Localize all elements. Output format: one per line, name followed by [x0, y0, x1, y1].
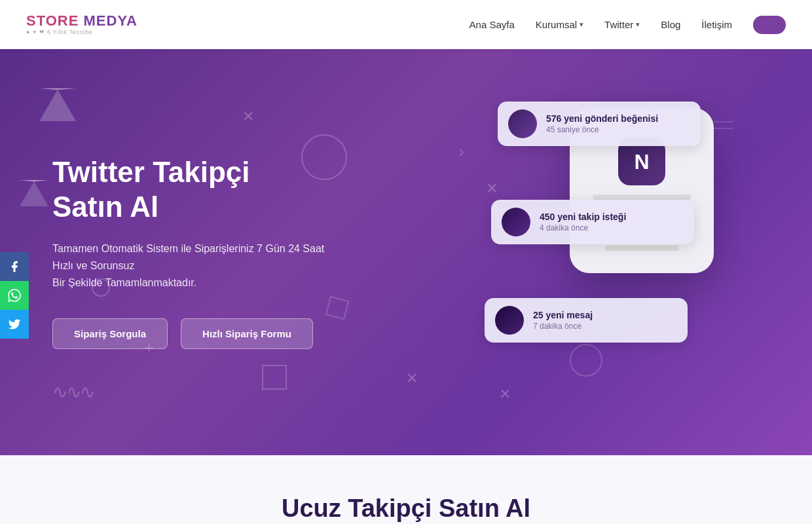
- nav-link-twitter[interactable]: Twitter: [604, 19, 633, 30]
- nav-cta-button[interactable]: [753, 16, 786, 34]
- app-icon-letter: N: [634, 150, 649, 174]
- hero-desc-line2: Bir Şekilde Tamamlanmaktadır.: [52, 277, 196, 288]
- nav-link-blog[interactable]: Blog: [661, 19, 680, 30]
- bottom-title: Ucuz Takipçi Satın Al: [26, 495, 786, 523]
- x-shape-1: ✕: [242, 108, 254, 125]
- nav-links: Ana Sayfa Kurumsal ▾ Twitter ▾ Blog İlet…: [470, 16, 786, 34]
- logo-medya: MEDYA: [84, 12, 138, 29]
- siparis-sorgula-button[interactable]: Sipariş Sorgula: [52, 318, 168, 349]
- notif-title-1: 576 yeni gönderi beğenisi: [546, 113, 658, 124]
- notif-time-3: 7 dakika önce: [533, 322, 593, 331]
- logo-store: STORE: [26, 12, 84, 29]
- whatsapp-icon: [8, 289, 21, 302]
- hero-section: ✕ ✕ ✕ ✕ ∿∿∿ › + Twitter Takipçi Satın Al…: [0, 49, 812, 455]
- notif-title-2: 450 yeni takip isteği: [540, 212, 626, 222]
- nav-dropdown-twitter[interactable]: Twitter ▾: [604, 19, 640, 30]
- whatsapp-share-button[interactable]: [0, 281, 29, 310]
- logo-text: STORE MEDYA: [26, 14, 138, 28]
- phone-line-4: [605, 246, 679, 251]
- facebook-share-button[interactable]: [0, 252, 29, 281]
- x-shape-3: ✕: [486, 180, 498, 197]
- bottom-section: Ucuz Takipçi Satın Al: [0, 455, 812, 524]
- logo-subtitle: ● ✦ ❤ 6 Yıllık Tecrübe: [26, 29, 138, 35]
- hero-phone-area: N 576 yeni gönderi beğenisi 45 saniye ön…: [511, 82, 773, 422]
- nav-link-home[interactable]: Ana Sayfa: [470, 19, 515, 30]
- nav-item-iletisim[interactable]: İletişim: [701, 19, 732, 31]
- nav-link-iletisim[interactable]: İletişim: [701, 19, 732, 30]
- notif-avatar-2: [502, 208, 530, 236]
- logo[interactable]: STORE MEDYA ● ✦ ❤ 6 Yıllık Tecrübe: [26, 14, 138, 35]
- hizli-siparis-button[interactable]: Hızlı Sipariş Formu: [181, 318, 313, 349]
- notif-text-2: 450 yeni takip isteği 4 dakika önce: [540, 212, 626, 233]
- notification-card-1: 576 yeni gönderi beğenisi 45 saniye önce: [498, 102, 701, 146]
- bracket-shape: ›: [458, 141, 464, 162]
- navbar: STORE MEDYA ● ✦ ❤ 6 Yıllık Tecrübe Ana S…: [0, 0, 812, 49]
- notif-avatar-1: [508, 109, 537, 138]
- x-shape-2: ✕: [406, 370, 418, 387]
- notification-card-2: 450 yeni takip isteği 4 dakika önce: [491, 200, 694, 244]
- nav-dropdown-kurumsal[interactable]: Kurumsal ▾: [536, 19, 583, 30]
- notif-text-1: 576 yeni gönderi beğenisi 45 saniye önce: [546, 113, 658, 134]
- nav-item-kurumsal[interactable]: Kurumsal ▾: [536, 19, 583, 30]
- notif-title-3: 25 yeni mesaj: [533, 310, 593, 320]
- triangle-shape-1: [39, 88, 76, 121]
- notification-card-3: 25 yeni mesaj 7 dakika önce: [485, 298, 688, 343]
- twitter-icon: [8, 318, 21, 331]
- nav-item-home[interactable]: Ana Sayfa: [470, 19, 515, 31]
- twitter-share-button[interactable]: [0, 310, 29, 339]
- notif-time-1: 45 saniye önce: [546, 125, 658, 134]
- nav-link-kurumsal[interactable]: Kurumsal: [536, 19, 577, 30]
- hero-desc-line1: Tamamen Otomatik Sistem ile Siparişlerin…: [52, 243, 324, 271]
- hero-description: Tamamen Otomatik Sistem ile Siparişlerin…: [52, 240, 327, 292]
- x-shape-4: ✕: [499, 386, 511, 403]
- hero-buttons: Sipariş Sorgula Hızlı Sipariş Formu: [52, 318, 327, 349]
- hero-content: Twitter Takipçi Satın Al Tamamen Otomati…: [0, 155, 380, 349]
- nav-item-blog[interactable]: Blog: [661, 19, 680, 31]
- facebook-icon: [8, 260, 21, 273]
- chevron-down-icon: ▾: [580, 20, 583, 29]
- wave-shape: ∿∿∿: [52, 381, 94, 403]
- hero-title: Twitter Takipçi Satın Al: [52, 155, 327, 225]
- square-shape-2: [262, 365, 287, 390]
- chevron-down-icon-2: ▾: [636, 20, 640, 29]
- nav-item-twitter[interactable]: Twitter ▾: [604, 19, 640, 30]
- notif-avatar-3: [495, 306, 524, 335]
- notif-time-2: 4 dakika önce: [540, 223, 626, 233]
- social-float-buttons: [0, 252, 29, 339]
- nav-cta-item[interactable]: [753, 16, 786, 34]
- phone-line-1: [593, 195, 691, 200]
- notif-text-3: 25 yeni mesaj 7 dakika önce: [533, 310, 593, 331]
